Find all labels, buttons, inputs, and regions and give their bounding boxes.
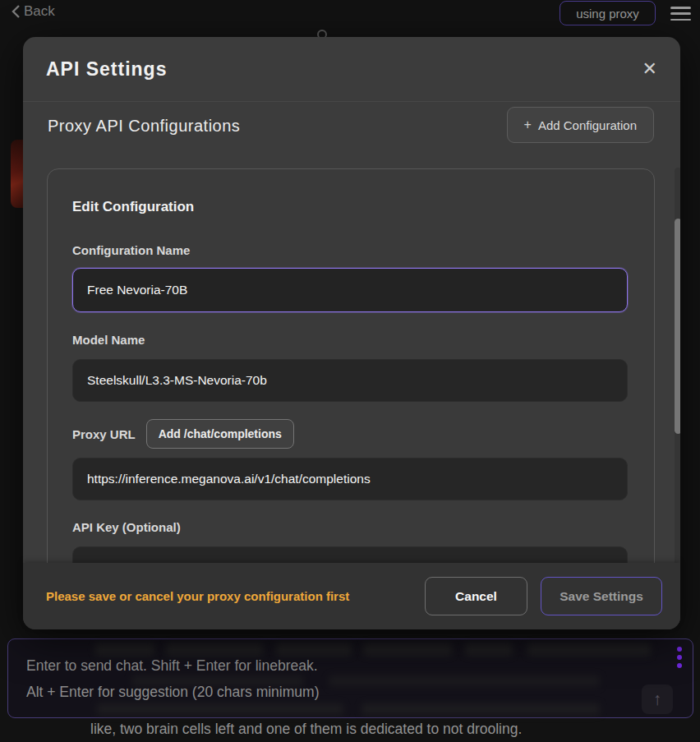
proxy-url-row: Proxy URL Add /chat/completions	[72, 419, 294, 449]
model-name-input[interactable]	[72, 359, 628, 402]
chat-more-options-icon[interactable]	[677, 647, 682, 668]
blurred-text	[329, 675, 600, 687]
close-icon[interactable]: ✕	[642, 60, 657, 78]
blurred-text	[362, 703, 600, 715]
blurred-text	[465, 643, 513, 656]
add-configuration-button[interactable]: + Add Configuration	[507, 107, 654, 143]
back-button[interactable]: Back	[12, 3, 55, 20]
configuration-name-label: Configuration Name	[72, 243, 190, 257]
modal-header: API Settings ✕	[23, 37, 680, 102]
top-bar: Back using proxy	[0, 0, 700, 28]
blurred-text	[276, 643, 352, 656]
save-settings-button[interactable]: Save Settings	[541, 577, 662, 615]
section-title: Proxy API Configurations	[48, 117, 240, 136]
edit-configuration-title: Edit Configuration	[72, 199, 194, 215]
blurred-text	[95, 643, 154, 656]
blurred-text	[97, 703, 343, 715]
blurred-text	[166, 643, 263, 656]
cancel-button[interactable]: Cancel	[425, 577, 527, 615]
chat-placeholder-line2: Alt + Enter for suggestion (20 chars min…	[26, 684, 319, 701]
send-arrow-icon[interactable]: ↑	[642, 684, 673, 714]
add-chat-completions-button[interactable]: Add /chat/completions	[146, 419, 294, 449]
proxy-url-input[interactable]	[72, 458, 628, 500]
chat-input[interactable]: Enter to send chat. Shift + Enter for li…	[7, 638, 693, 718]
add-configuration-label: Add Configuration	[538, 118, 637, 132]
modal-title: API Settings	[46, 58, 167, 81]
api-settings-modal: API Settings ✕ Proxy API Configurations …	[23, 37, 680, 629]
chevron-left-icon	[12, 5, 21, 18]
modal-scrollbar-thumb[interactable]	[675, 219, 680, 434]
chat-placeholder-line1: Enter to send chat. Shift + Enter for li…	[26, 657, 318, 675]
blurred-text	[527, 643, 651, 656]
proxy-url-label: Proxy URL	[72, 427, 136, 441]
edit-configuration-card: Edit Configuration Configuration Name Mo…	[47, 168, 655, 563]
blurred-text	[363, 643, 452, 656]
using-proxy-button[interactable]: using proxy	[560, 1, 656, 25]
menu-icon[interactable]	[670, 7, 691, 21]
modal-scrollbar-track[interactable]	[675, 168, 680, 563]
configuration-name-input[interactable]	[72, 268, 628, 312]
model-name-label: Model Name	[72, 333, 145, 347]
back-label: Back	[24, 3, 55, 20]
plus-icon: +	[524, 118, 532, 132]
api-key-label: API Key (Optional)	[72, 520, 181, 534]
proxy-warning-text: Please save or cancel your proxy configu…	[46, 589, 425, 603]
api-key-input[interactable]	[72, 546, 628, 563]
modal-body: Proxy API Configurations + Add Configura…	[23, 102, 680, 563]
chat-message-text: like, two brain cells left and one of th…	[90, 721, 522, 738]
modal-footer: Please save or cancel your proxy configu…	[23, 563, 680, 629]
